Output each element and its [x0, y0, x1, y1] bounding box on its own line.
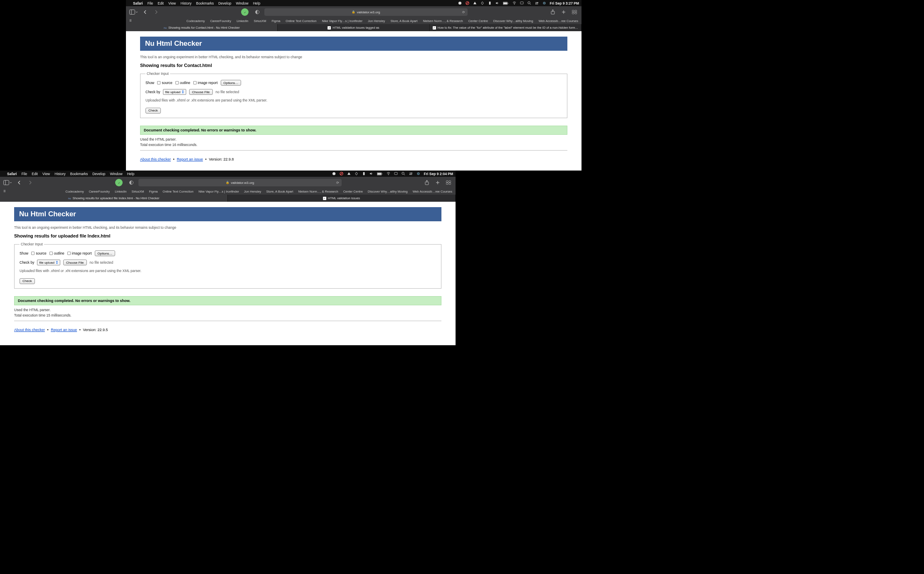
browser-tab[interactable]: ✓ HTML validation issues	[228, 195, 456, 202]
tracking-icon[interactable]	[254, 8, 261, 16]
new-tab-button[interactable]	[434, 179, 441, 186]
battery-icon[interactable]	[503, 1, 509, 5]
menu-bookmarks[interactable]: Bookmarks	[70, 172, 88, 176]
favorite-link[interactable]: Codecademy	[65, 190, 84, 193]
menubar-datetime[interactable]: Fri Sep 9 2:04 PM	[424, 172, 453, 176]
check-by-select[interactable]: file upload ▲▼	[37, 260, 60, 265]
share-button[interactable]	[423, 179, 431, 186]
browser-tab[interactable]: nu Showing results for uploaded file Ind…	[0, 195, 228, 202]
browser-tab[interactable]: ✓ HTML validation issues tagged as	[278, 24, 429, 31]
share-button[interactable]	[549, 8, 557, 16]
show-image-report-checkbox[interactable]: image report	[193, 81, 218, 85]
tab-overview-button[interactable]	[571, 8, 578, 16]
report-issue-link[interactable]: Report an issue	[51, 328, 77, 332]
menu-window[interactable]: Window	[236, 1, 248, 5]
favorite-link[interactable]: Nielsen Norm…, & Research	[298, 190, 338, 193]
report-issue-link[interactable]: Report an issue	[177, 157, 203, 161]
show-outline-checkbox[interactable]: outline	[175, 81, 190, 85]
favorite-link[interactable]: Online Text Correction	[286, 19, 316, 23]
volume-icon[interactable]	[370, 172, 373, 176]
favorite-link[interactable]: Web Accessib…ree Courses	[539, 19, 578, 23]
wifi-icon[interactable]	[387, 172, 390, 176]
screen-mirroring-icon[interactable]	[520, 1, 524, 5]
favorite-link[interactable]: Codecademy	[186, 19, 205, 23]
new-tab-button[interactable]	[560, 8, 567, 16]
menu-develop[interactable]: Develop	[218, 1, 231, 5]
siri-icon[interactable]	[542, 1, 546, 5]
favorite-link[interactable]: Discover Why…althy Moving	[368, 190, 408, 193]
menu-edit[interactable]: Edit	[158, 1, 164, 5]
status-icon-1[interactable]	[332, 172, 336, 176]
favorite-link[interactable]: CareerFoundry	[210, 19, 231, 23]
check-button[interactable]: Check	[145, 108, 161, 114]
app-name[interactable]: Safari	[133, 1, 143, 5]
sidebar-toggle[interactable]	[3, 180, 12, 185]
menu-help[interactable]: Help	[127, 172, 134, 176]
show-image-report-checkbox[interactable]: image report	[67, 251, 92, 255]
spotlight-icon[interactable]	[402, 172, 405, 176]
siri-icon[interactable]	[416, 172, 420, 176]
menu-history[interactable]: History	[54, 172, 65, 176]
menu-edit[interactable]: Edit	[32, 172, 38, 176]
favorite-link[interactable]: LinkedIn	[237, 19, 248, 23]
favorites-grid-icon[interactable]: ⠿	[3, 190, 6, 193]
favorite-link[interactable]: Figma	[272, 19, 281, 23]
favorite-link[interactable]: Store, A Book Apart	[390, 19, 417, 23]
control-center-icon[interactable]	[535, 1, 539, 5]
privacy-shield-icon[interactable]: ✓	[115, 179, 123, 186]
check-by-select[interactable]: file upload ▲▼	[163, 89, 186, 95]
browser-tab[interactable]: nu Showing results for Contact.html - Nu…	[126, 24, 278, 31]
menu-history[interactable]: History	[180, 1, 191, 5]
status-icon-3[interactable]	[347, 172, 351, 176]
favorite-link[interactable]: Online Text Correction	[163, 190, 193, 193]
favorite-link[interactable]: Figma	[149, 190, 158, 193]
status-icon-5[interactable]	[362, 172, 366, 176]
menu-view[interactable]: View	[42, 172, 50, 176]
options-button[interactable]: Options…	[95, 250, 116, 256]
tracking-icon[interactable]	[128, 179, 135, 186]
location-icon[interactable]	[355, 172, 358, 176]
menubar-datetime[interactable]: Fri Sep 9 3:27 PM	[550, 1, 579, 5]
address-bar[interactable]: 🔒 validator.w3.org ⟳	[138, 179, 342, 186]
back-button[interactable]	[141, 8, 149, 16]
reload-icon[interactable]: ⟳	[336, 181, 339, 185]
menu-bookmarks[interactable]: Bookmarks	[196, 1, 214, 5]
sidebar-toggle[interactable]	[129, 10, 138, 15]
favorite-link[interactable]: Jon Hensley	[244, 190, 261, 193]
favorite-link[interactable]: Discover Why…althy Moving	[493, 19, 533, 23]
back-button[interactable]	[15, 179, 23, 186]
screen-mirroring-icon[interactable]	[394, 172, 398, 176]
location-icon[interactable]	[480, 1, 484, 5]
wifi-icon[interactable]	[513, 1, 516, 5]
status-icon-2[interactable]	[466, 1, 469, 5]
favorite-link[interactable]: Store, A Book Apart	[266, 190, 293, 193]
status-icon-1[interactable]	[458, 1, 462, 5]
check-button[interactable]: Check	[20, 278, 35, 284]
status-icon-2[interactable]	[340, 172, 343, 176]
favorite-link[interactable]: Center Centre	[343, 190, 363, 193]
tab-overview-button[interactable]	[445, 179, 452, 186]
app-name[interactable]: Safari	[7, 172, 17, 176]
show-source-checkbox[interactable]: source	[31, 251, 47, 255]
favorite-link[interactable]: Nike Vapor Fly…s | Ironfinder	[322, 19, 362, 23]
privacy-shield-icon[interactable]: ✓	[241, 8, 249, 16]
menu-file[interactable]: File	[148, 1, 153, 5]
status-icon-3[interactable]	[473, 1, 477, 5]
address-bar[interactable]: 🔒 validator.w3.org ⟳	[264, 8, 468, 16]
menu-file[interactable]: File	[22, 172, 27, 176]
forward-button[interactable]	[26, 179, 34, 186]
choose-file-button[interactable]: Choose File	[189, 89, 213, 95]
favorite-link[interactable]: Center Centre	[468, 19, 488, 23]
show-source-checkbox[interactable]: source	[157, 81, 172, 85]
favorite-link[interactable]: Nielsen Norm…, & Research	[423, 19, 463, 23]
favorite-link[interactable]: LinkedIn	[115, 190, 126, 193]
control-center-icon[interactable]	[409, 172, 413, 176]
menu-view[interactable]: View	[168, 1, 176, 5]
about-checker-link[interactable]: About this checker	[140, 157, 171, 161]
reload-icon[interactable]: ⟳	[462, 10, 465, 14]
show-outline-checkbox[interactable]: outline	[49, 251, 64, 255]
battery-icon[interactable]	[377, 172, 383, 176]
favorites-grid-icon[interactable]: ⠿	[129, 19, 132, 23]
favorite-link[interactable]: CareerFoundry	[89, 190, 110, 193]
menu-window[interactable]: Window	[110, 172, 122, 176]
